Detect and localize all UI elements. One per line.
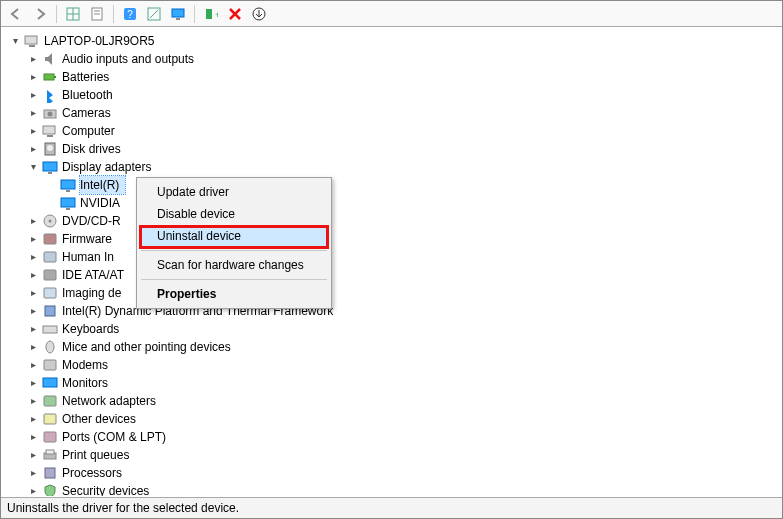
context-menu-item[interactable]: Disable device (139, 203, 329, 225)
chevron-right-icon[interactable]: ▸ (26, 284, 40, 302)
tree-category[interactable]: ▸Batteries (8, 68, 781, 86)
chevron-right-icon[interactable]: ▸ (26, 392, 40, 410)
chevron-right-icon[interactable]: ▸ (26, 50, 40, 68)
chevron-right-icon[interactable]: ▸ (26, 320, 40, 338)
update-driver-button[interactable] (167, 3, 189, 25)
chevron-right-icon[interactable]: ▸ (26, 410, 40, 428)
category-label: Audio inputs and outputs (62, 50, 200, 68)
add-icon: + (204, 7, 218, 21)
tree-category[interactable]: ▸Intel(R) Dynamic Platform and Thermal F… (8, 302, 781, 320)
tree-category[interactable]: ▸Network adapters (8, 392, 781, 410)
chevron-right-icon[interactable]: ▸ (26, 266, 40, 284)
other-icon (42, 411, 58, 427)
chevron-right-icon[interactable]: ▸ (26, 140, 40, 158)
chevron-right-icon[interactable]: ▸ (26, 122, 40, 140)
chevron-down-icon[interactable]: ▾ (26, 158, 40, 176)
chevron-right-icon[interactable]: ▸ (26, 104, 40, 122)
tree-category[interactable]: ▸Processors (8, 464, 781, 482)
tree-category[interactable]: ▸Computer (8, 122, 781, 140)
chevron-right-icon[interactable]: ▸ (26, 248, 40, 266)
mouse-icon (42, 339, 58, 355)
battery-icon (42, 69, 58, 85)
chevron-down-icon[interactable]: ▾ (8, 32, 22, 50)
computer-icon (42, 123, 58, 139)
monitor-icon (42, 375, 58, 391)
tree-category[interactable]: ▸Audio inputs and outputs (8, 50, 781, 68)
properties-button[interactable] (86, 3, 108, 25)
display-icon (42, 159, 58, 175)
context-menu-item[interactable]: Update driver (139, 181, 329, 203)
svg-point-38 (46, 341, 54, 353)
tree-category[interactable]: ▸Monitors (8, 374, 781, 392)
tree-category[interactable]: ▸Ports (COM & LPT) (8, 428, 781, 446)
category-label: Ports (COM & LPT) (62, 428, 172, 446)
tree-category[interactable]: ▸Other devices (8, 410, 781, 428)
svg-rect-33 (44, 252, 56, 262)
svg-rect-25 (48, 172, 52, 174)
tree-category[interactable]: ▸DVD/CD-R (8, 212, 781, 230)
context-menu-item[interactable]: Properties (139, 283, 329, 305)
uninstall-button[interactable] (224, 3, 246, 25)
svg-text:+: + (215, 10, 218, 20)
firmware-icon (42, 231, 58, 247)
chevron-right-icon[interactable]: ▸ (26, 338, 40, 356)
chevron-right-icon[interactable]: ▸ (26, 230, 40, 248)
svg-text:?: ? (127, 9, 133, 20)
cpu-icon (42, 465, 58, 481)
down-circle-icon (252, 7, 266, 21)
tree-device[interactable]: Intel(R) (8, 176, 781, 194)
category-label: Modems (62, 356, 114, 374)
tree-category[interactable]: ▸Firmware (8, 230, 781, 248)
tree-category[interactable]: ▸Security devices (8, 482, 781, 496)
show-hidden-button[interactable] (62, 3, 84, 25)
chevron-right-icon[interactable]: ▸ (26, 446, 40, 464)
tree-category[interactable]: ▸Imaging de (8, 284, 781, 302)
category-label: Other devices (62, 410, 142, 428)
category-label: Human In (62, 248, 120, 266)
context-menu-item[interactable]: Uninstall device (139, 225, 329, 247)
audio-icon (42, 51, 58, 67)
svg-rect-35 (44, 288, 56, 298)
tree-root[interactable]: ▾ LAPTOP-0LJR9OR5 (8, 32, 781, 50)
svg-rect-41 (44, 396, 56, 406)
tree-category[interactable]: ▸Cameras (8, 104, 781, 122)
svg-rect-46 (45, 468, 55, 478)
chevron-right-icon[interactable]: ▸ (26, 86, 40, 104)
chip-icon (42, 303, 58, 319)
chevron-right-icon[interactable]: ▸ (26, 482, 40, 496)
tree-category[interactable]: ▸Human In (8, 248, 781, 266)
context-menu-separator (141, 279, 327, 280)
forward-button[interactable] (29, 3, 51, 25)
scan-button[interactable] (143, 3, 165, 25)
category-label: Batteries (62, 68, 115, 86)
tree-category[interactable]: ▸Disk drives (8, 140, 781, 158)
chevron-right-icon[interactable]: ▸ (26, 428, 40, 446)
chevron-right-icon[interactable]: ▸ (26, 212, 40, 230)
add-device-button[interactable]: + (200, 3, 222, 25)
help-icon: ? (123, 7, 137, 21)
context-menu-item[interactable]: Scan for hardware changes (139, 254, 329, 276)
tree-category[interactable]: ▸Keyboards (8, 320, 781, 338)
category-label: Display adapters (62, 158, 157, 176)
back-button[interactable] (5, 3, 27, 25)
remove-button[interactable] (248, 3, 270, 25)
tree-category[interactable]: ▸Bluetooth (8, 86, 781, 104)
svg-rect-15 (29, 45, 35, 47)
tree-category[interactable]: ▸Modems (8, 356, 781, 374)
help-button[interactable]: ? (119, 3, 141, 25)
svg-rect-21 (47, 135, 53, 137)
tree-category[interactable]: ▸Print queues (8, 446, 781, 464)
tree-category[interactable]: ▸Mice and other pointing devices (8, 338, 781, 356)
chevron-right-icon[interactable]: ▸ (26, 68, 40, 86)
back-arrow-icon (9, 7, 23, 21)
chevron-right-icon[interactable]: ▸ (26, 374, 40, 392)
chevron-right-icon[interactable]: ▸ (26, 464, 40, 482)
tree-category[interactable]: ▾Display adapters (8, 158, 781, 176)
chevron-right-icon[interactable]: ▸ (26, 356, 40, 374)
category-label: Security devices (62, 482, 155, 496)
tree-category[interactable]: ▸IDE ATA/AT (8, 266, 781, 284)
tree-device[interactable]: NVIDIA (8, 194, 781, 212)
svg-rect-32 (44, 234, 56, 244)
chevron-right-icon[interactable]: ▸ (26, 302, 40, 320)
device-tree[interactable]: ▾ LAPTOP-0LJR9OR5 ▸Audio inputs and outp… (2, 28, 781, 496)
